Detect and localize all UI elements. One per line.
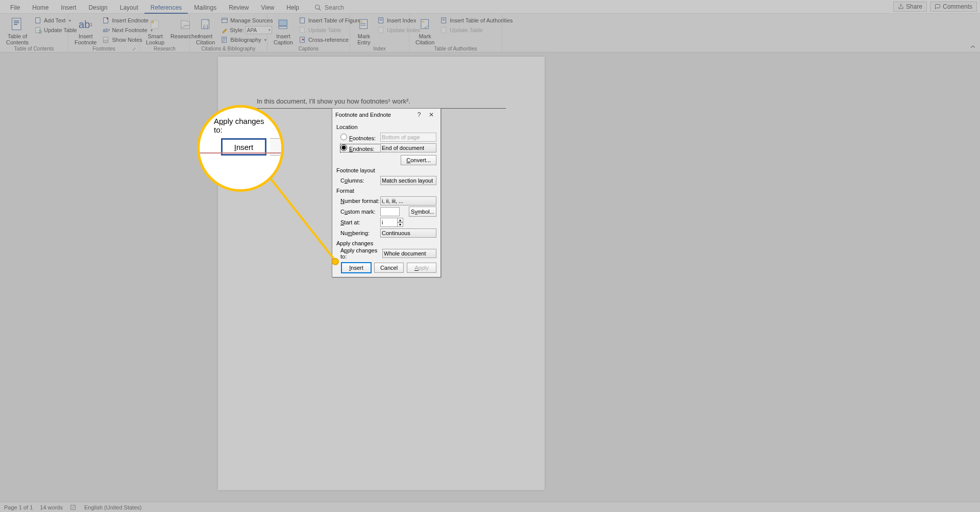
dialog-titlebar[interactable]: Footnote and Endnote ? ✕ (332, 109, 440, 121)
insert-button[interactable]: Insert (341, 263, 371, 273)
numbering-label: Numbering: (340, 230, 380, 236)
start-at-label: Start at: (340, 219, 380, 225)
callout-target-dot (332, 258, 339, 265)
spin-down-icon[interactable]: ▼ (397, 222, 403, 227)
footnote-endnote-dialog: Footnote and Endnote ? ✕ Location Footno… (332, 108, 441, 277)
endnotes-radio[interactable]: Endnotes: (340, 144, 380, 152)
convert-button[interactable]: Convert... (401, 155, 436, 165)
section-layout-label: Footnote layout (336, 167, 436, 173)
section-format-label: Format (336, 188, 436, 194)
apply-button: Apply (407, 263, 436, 273)
number-format-label: Number format: (340, 198, 380, 204)
apply-to-combo[interactable]: Whole document (382, 249, 436, 258)
footnotes-radio[interactable]: Footnotes: (340, 134, 380, 141)
dialog-title: Footnote and Endnote (335, 112, 413, 118)
callout-label: Apply changes to: (214, 117, 274, 134)
symbol-button[interactable]: Symbol... (409, 207, 436, 217)
custom-mark-label: Custom mark: (340, 209, 380, 215)
dialog-close-icon[interactable]: ✕ (425, 111, 437, 118)
start-at-spinner[interactable]: i (380, 218, 398, 227)
section-apply-label: Apply changes (336, 240, 436, 246)
callout-separator (200, 152, 281, 153)
dialog-help-icon[interactable]: ? (413, 111, 425, 118)
columns-label: Columns: (340, 177, 380, 184)
apply-to-label: Apply changes to: (340, 247, 382, 260)
section-location-label: Location (336, 124, 436, 130)
spin-up-icon[interactable]: ▲ (397, 218, 403, 222)
modal-overlay (0, 0, 980, 512)
numbering-combo[interactable]: Continuous (380, 228, 436, 238)
custom-mark-input[interactable] (380, 207, 400, 216)
cancel-button[interactable]: Cancel (374, 263, 404, 273)
columns-combo[interactable]: Match section layout (380, 176, 436, 185)
magnifier-callout: Apply changes to: Insert (197, 105, 284, 192)
number-format-combo[interactable]: i, ii, iii, ... (380, 196, 436, 206)
footnotes-location-combo: Bottom of page (380, 133, 436, 142)
endnotes-location-combo[interactable]: End of document (380, 143, 436, 152)
